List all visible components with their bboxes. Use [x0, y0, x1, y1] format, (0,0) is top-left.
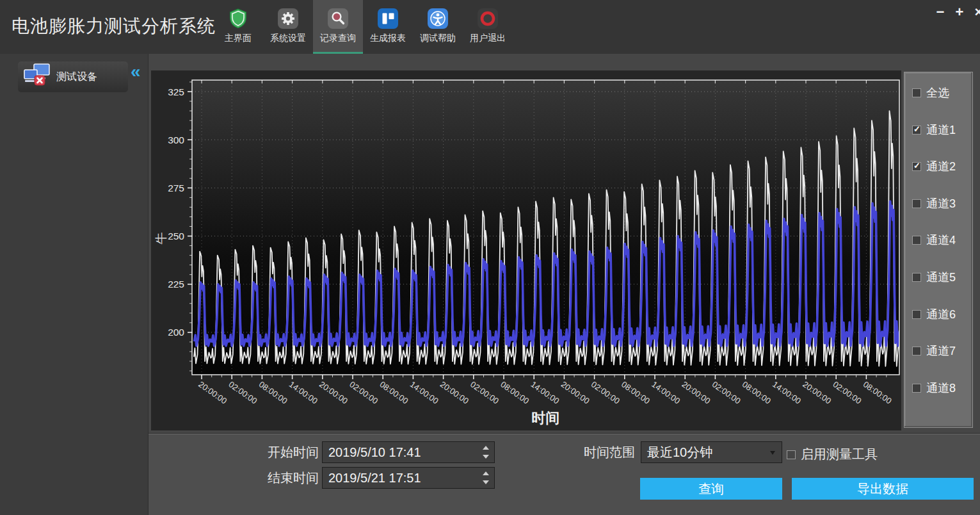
sidebar-item-test-device[interactable]: 测试设备: [18, 61, 128, 92]
svg-text:02:00:00: 02:00:00: [227, 379, 259, 405]
end-time-input[interactable]: 2019/5/21 17:51: [322, 467, 495, 489]
svg-text:时间: 时间: [532, 410, 560, 426]
magnifier-icon: [327, 8, 349, 29]
svg-text:08:00:00: 08:00:00: [620, 379, 652, 405]
start-time-input[interactable]: 2019/5/10 17:41: [322, 441, 495, 463]
legend-checkbox-通道6[interactable]: 通道6: [912, 308, 956, 321]
app-title: 电池膨胀力测试分析系统: [12, 14, 216, 38]
svg-text:02:00:00: 02:00:00: [590, 379, 622, 405]
svg-text:08:00:00: 08:00:00: [257, 379, 289, 405]
svg-text:08:00:00: 08:00:00: [499, 379, 531, 405]
legend-label: 通道1: [926, 122, 956, 138]
legend-label: 通道6: [926, 307, 956, 322]
checkbox-icon: [912, 347, 921, 356]
maximize-button[interactable]: +: [953, 4, 966, 20]
minimize-button[interactable]: −: [934, 4, 947, 20]
toolbar-item-用户退出[interactable]: 用户退出: [463, 0, 513, 54]
svg-text:02:00:00: 02:00:00: [348, 379, 380, 405]
gear-icon: [277, 8, 299, 29]
start-time-value: 2019/5/10 17:41: [328, 445, 421, 459]
svg-text:02:00:00: 02:00:00: [831, 379, 863, 405]
svg-text:14:00:00: 14:00:00: [771, 379, 803, 405]
stepper-up-icon[interactable]: [483, 471, 489, 475]
end-time-value: 2019/5/21 17:51: [328, 471, 421, 485]
stepper-up-icon[interactable]: [483, 446, 489, 450]
svg-text:14:00:00: 14:00:00: [408, 379, 440, 405]
svg-text:14:00:00: 14:00:00: [650, 379, 682, 405]
query-button[interactable]: 查询: [640, 478, 782, 500]
checkbox-icon: [912, 273, 921, 282]
checkbox-icon: [912, 310, 921, 319]
checkbox-icon: [787, 450, 796, 459]
legend-label: 通道4: [926, 233, 956, 248]
time-range-label: 时间范围: [571, 444, 635, 461]
svg-text:20:00:00: 20:00:00: [801, 379, 833, 405]
device-error-icon: [23, 63, 51, 91]
end-time-label: 结束时间: [251, 470, 319, 487]
legend-label: 通道5: [926, 270, 956, 285]
channel-legend-panel: 全选✓通道1✓通道2通道3通道4通道5通道6通道7通道8: [904, 72, 973, 428]
toolbar-item-记录查询[interactable]: 记录查询: [313, 0, 363, 54]
legend-checkbox-通道7[interactable]: 通道7: [912, 345, 956, 357]
toolbar-item-label: 调试帮助: [420, 33, 456, 44]
start-time-label: 开始时间: [251, 444, 319, 461]
legend-checkbox-通道3[interactable]: 通道3: [912, 197, 956, 210]
checkbox-icon: [912, 199, 921, 208]
legend-checkbox-通道2[interactable]: ✓通道2: [912, 160, 956, 173]
checkbox-icon: [912, 88, 921, 97]
legend-label: 全选: [926, 85, 949, 101]
checkbox-checked-icon: ✓: [912, 162, 921, 171]
checkbox-checked-icon: ✓: [912, 126, 921, 135]
legend-checkbox-通道5[interactable]: 通道5: [912, 271, 956, 284]
chart-canvas: 20022525027530032520:00:0002:00:0008:00:…: [151, 70, 901, 430]
start-time-stepper: [481, 442, 490, 462]
enable-measure-tool-checkbox[interactable]: 启用测量工具: [787, 446, 878, 463]
svg-text:300: 300: [168, 135, 184, 145]
toolbar-item-主界面[interactable]: 主界面: [213, 0, 263, 54]
time-range-select[interactable]: 最近10分钟: [641, 441, 782, 463]
export-data-button[interactable]: 导出数据: [792, 478, 974, 500]
toolbar-item-label: 系统设置: [270, 33, 306, 44]
close-button[interactable]: ×: [972, 4, 980, 20]
legend-checkbox-通道1[interactable]: ✓通道1: [912, 124, 956, 136]
toolbar-item-生成报表[interactable]: 生成报表: [363, 0, 413, 54]
sidebar-collapse-chevron-icon[interactable]: «: [131, 63, 141, 81]
legend-checkbox-全选[interactable]: 全选: [912, 86, 949, 99]
legend-label: 通道7: [926, 343, 956, 359]
toolbar-item-label: 生成报表: [370, 33, 406, 44]
toolbar-item-调试帮助[interactable]: 调试帮助: [413, 0, 463, 54]
sidebar: 测试设备 «: [0, 54, 149, 515]
measure-tool-label: 启用测量工具: [801, 446, 878, 463]
svg-text:325: 325: [168, 86, 184, 97]
legend-label: 通道3: [926, 196, 956, 211]
svg-text:08:00:00: 08:00:00: [378, 379, 410, 405]
svg-text:20:00:00: 20:00:00: [197, 379, 229, 405]
legend-checkbox-通道4[interactable]: 通道4: [912, 234, 956, 247]
toolbar-item-系统设置[interactable]: 系统设置: [263, 0, 313, 54]
legend-label: 通道2: [926, 159, 956, 174]
stepper-down-icon[interactable]: [483, 455, 489, 459]
svg-text:200: 200: [168, 327, 184, 338]
legend-checkbox-通道8[interactable]: 通道8: [912, 382, 956, 395]
svg-text:250: 250: [168, 231, 184, 241]
legend-label: 通道8: [926, 380, 956, 396]
svg-text:02:00:00: 02:00:00: [469, 379, 501, 405]
toolbar-item-label: 主界面: [225, 33, 252, 44]
toolbar-item-label: 用户退出: [470, 33, 506, 44]
sidebar-item-label: 测试设备: [56, 70, 97, 84]
check-mark-icon: ✓: [913, 124, 920, 134]
stepper-down-icon[interactable]: [483, 480, 489, 484]
svg-text:14:00:00: 14:00:00: [287, 379, 319, 405]
toolbar-item-label: 记录查询: [320, 33, 356, 44]
svg-text:225: 225: [168, 279, 184, 290]
checkbox-icon: [912, 384, 921, 393]
svg-text:20:00:00: 20:00:00: [317, 379, 349, 405]
svg-text:08:00:00: 08:00:00: [741, 379, 773, 405]
svg-text:02:00:00: 02:00:00: [711, 379, 743, 405]
app-header: 电池膨胀力测试分析系统 主界面系统设置记录查询生成报表调试帮助用户退出 − + …: [0, 0, 980, 54]
svg-text:14:00:00: 14:00:00: [529, 379, 561, 405]
time-range-value: 最近10分钟: [647, 445, 712, 459]
check-mark-icon: ✓: [913, 161, 920, 170]
main-toolbar: 主界面系统设置记录查询生成报表调试帮助用户退出: [213, 0, 513, 54]
svg-text:牛: 牛: [154, 233, 168, 245]
